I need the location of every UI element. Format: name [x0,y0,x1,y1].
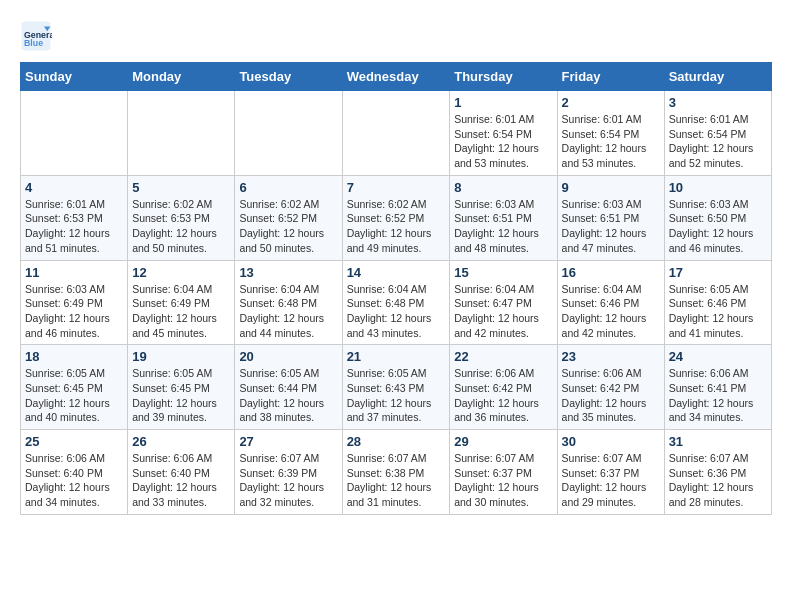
calendar-cell [128,91,235,176]
day-info: Sunrise: 6:04 AMSunset: 6:47 PMDaylight:… [454,282,552,341]
day-info: Sunrise: 6:06 AMSunset: 6:42 PMDaylight:… [562,366,660,425]
weekday-header-tuesday: Tuesday [235,63,342,91]
day-number: 11 [25,265,123,280]
day-number: 26 [132,434,230,449]
svg-text:Blue: Blue [24,38,43,48]
day-number: 21 [347,349,446,364]
calendar-cell: 13Sunrise: 6:04 AMSunset: 6:48 PMDayligh… [235,260,342,345]
day-number: 9 [562,180,660,195]
day-info: Sunrise: 6:01 AMSunset: 6:54 PMDaylight:… [669,112,767,171]
day-info: Sunrise: 6:06 AMSunset: 6:42 PMDaylight:… [454,366,552,425]
day-number: 2 [562,95,660,110]
week-row-2: 4Sunrise: 6:01 AMSunset: 6:53 PMDaylight… [21,175,772,260]
calendar-cell: 23Sunrise: 6:06 AMSunset: 6:42 PMDayligh… [557,345,664,430]
calendar-cell: 31Sunrise: 6:07 AMSunset: 6:36 PMDayligh… [664,430,771,515]
calendar-cell: 16Sunrise: 6:04 AMSunset: 6:46 PMDayligh… [557,260,664,345]
day-number: 16 [562,265,660,280]
day-info: Sunrise: 6:01 AMSunset: 6:53 PMDaylight:… [25,197,123,256]
calendar-cell: 15Sunrise: 6:04 AMSunset: 6:47 PMDayligh… [450,260,557,345]
day-number: 12 [132,265,230,280]
day-info: Sunrise: 6:05 AMSunset: 6:43 PMDaylight:… [347,366,446,425]
calendar-cell: 8Sunrise: 6:03 AMSunset: 6:51 PMDaylight… [450,175,557,260]
day-number: 28 [347,434,446,449]
day-info: Sunrise: 6:03 AMSunset: 6:49 PMDaylight:… [25,282,123,341]
day-number: 20 [239,349,337,364]
day-info: Sunrise: 6:06 AMSunset: 6:40 PMDaylight:… [25,451,123,510]
day-number: 25 [25,434,123,449]
weekday-header-wednesday: Wednesday [342,63,450,91]
logo: General Blue [20,20,58,52]
day-info: Sunrise: 6:05 AMSunset: 6:46 PMDaylight:… [669,282,767,341]
day-number: 14 [347,265,446,280]
calendar-cell: 28Sunrise: 6:07 AMSunset: 6:38 PMDayligh… [342,430,450,515]
weekday-header-sunday: Sunday [21,63,128,91]
day-number: 8 [454,180,552,195]
calendar-cell: 27Sunrise: 6:07 AMSunset: 6:39 PMDayligh… [235,430,342,515]
day-number: 30 [562,434,660,449]
day-number: 15 [454,265,552,280]
day-info: Sunrise: 6:07 AMSunset: 6:39 PMDaylight:… [239,451,337,510]
day-info: Sunrise: 6:07 AMSunset: 6:38 PMDaylight:… [347,451,446,510]
calendar-cell: 6Sunrise: 6:02 AMSunset: 6:52 PMDaylight… [235,175,342,260]
day-number: 22 [454,349,552,364]
calendar-cell: 19Sunrise: 6:05 AMSunset: 6:45 PMDayligh… [128,345,235,430]
day-number: 6 [239,180,337,195]
day-number: 19 [132,349,230,364]
day-info: Sunrise: 6:07 AMSunset: 6:37 PMDaylight:… [454,451,552,510]
day-info: Sunrise: 6:02 AMSunset: 6:52 PMDaylight:… [239,197,337,256]
calendar-cell: 7Sunrise: 6:02 AMSunset: 6:52 PMDaylight… [342,175,450,260]
calendar-cell: 24Sunrise: 6:06 AMSunset: 6:41 PMDayligh… [664,345,771,430]
weekday-header-row: SundayMondayTuesdayWednesdayThursdayFrid… [21,63,772,91]
day-number: 5 [132,180,230,195]
day-info: Sunrise: 6:02 AMSunset: 6:53 PMDaylight:… [132,197,230,256]
calendar-cell: 9Sunrise: 6:03 AMSunset: 6:51 PMDaylight… [557,175,664,260]
week-row-3: 11Sunrise: 6:03 AMSunset: 6:49 PMDayligh… [21,260,772,345]
calendar-cell: 25Sunrise: 6:06 AMSunset: 6:40 PMDayligh… [21,430,128,515]
day-info: Sunrise: 6:04 AMSunset: 6:48 PMDaylight:… [347,282,446,341]
weekday-header-thursday: Thursday [450,63,557,91]
calendar-cell: 12Sunrise: 6:04 AMSunset: 6:49 PMDayligh… [128,260,235,345]
week-row-1: 1Sunrise: 6:01 AMSunset: 6:54 PMDaylight… [21,91,772,176]
day-number: 3 [669,95,767,110]
calendar-cell: 26Sunrise: 6:06 AMSunset: 6:40 PMDayligh… [128,430,235,515]
day-number: 7 [347,180,446,195]
calendar-cell: 17Sunrise: 6:05 AMSunset: 6:46 PMDayligh… [664,260,771,345]
weekday-header-saturday: Saturday [664,63,771,91]
day-number: 27 [239,434,337,449]
day-info: Sunrise: 6:05 AMSunset: 6:45 PMDaylight:… [132,366,230,425]
logo-icon: General Blue [20,20,52,52]
day-info: Sunrise: 6:03 AMSunset: 6:51 PMDaylight:… [562,197,660,256]
calendar-cell: 1Sunrise: 6:01 AMSunset: 6:54 PMDaylight… [450,91,557,176]
day-info: Sunrise: 6:01 AMSunset: 6:54 PMDaylight:… [454,112,552,171]
day-number: 24 [669,349,767,364]
day-number: 13 [239,265,337,280]
calendar-cell [21,91,128,176]
calendar-cell: 18Sunrise: 6:05 AMSunset: 6:45 PMDayligh… [21,345,128,430]
day-number: 1 [454,95,552,110]
day-info: Sunrise: 6:01 AMSunset: 6:54 PMDaylight:… [562,112,660,171]
calendar-cell: 30Sunrise: 6:07 AMSunset: 6:37 PMDayligh… [557,430,664,515]
calendar-cell: 20Sunrise: 6:05 AMSunset: 6:44 PMDayligh… [235,345,342,430]
day-number: 23 [562,349,660,364]
calendar: SundayMondayTuesdayWednesdayThursdayFrid… [20,62,772,515]
day-info: Sunrise: 6:03 AMSunset: 6:51 PMDaylight:… [454,197,552,256]
calendar-cell: 4Sunrise: 6:01 AMSunset: 6:53 PMDaylight… [21,175,128,260]
day-info: Sunrise: 6:06 AMSunset: 6:40 PMDaylight:… [132,451,230,510]
day-info: Sunrise: 6:06 AMSunset: 6:41 PMDaylight:… [669,366,767,425]
day-info: Sunrise: 6:07 AMSunset: 6:36 PMDaylight:… [669,451,767,510]
day-info: Sunrise: 6:05 AMSunset: 6:45 PMDaylight:… [25,366,123,425]
day-info: Sunrise: 6:04 AMSunset: 6:46 PMDaylight:… [562,282,660,341]
header: General Blue [20,20,772,52]
calendar-cell: 22Sunrise: 6:06 AMSunset: 6:42 PMDayligh… [450,345,557,430]
weekday-header-friday: Friday [557,63,664,91]
day-info: Sunrise: 6:04 AMSunset: 6:49 PMDaylight:… [132,282,230,341]
calendar-cell [342,91,450,176]
day-number: 17 [669,265,767,280]
day-number: 29 [454,434,552,449]
day-info: Sunrise: 6:04 AMSunset: 6:48 PMDaylight:… [239,282,337,341]
day-info: Sunrise: 6:05 AMSunset: 6:44 PMDaylight:… [239,366,337,425]
day-info: Sunrise: 6:02 AMSunset: 6:52 PMDaylight:… [347,197,446,256]
day-number: 18 [25,349,123,364]
calendar-cell: 3Sunrise: 6:01 AMSunset: 6:54 PMDaylight… [664,91,771,176]
week-row-5: 25Sunrise: 6:06 AMSunset: 6:40 PMDayligh… [21,430,772,515]
